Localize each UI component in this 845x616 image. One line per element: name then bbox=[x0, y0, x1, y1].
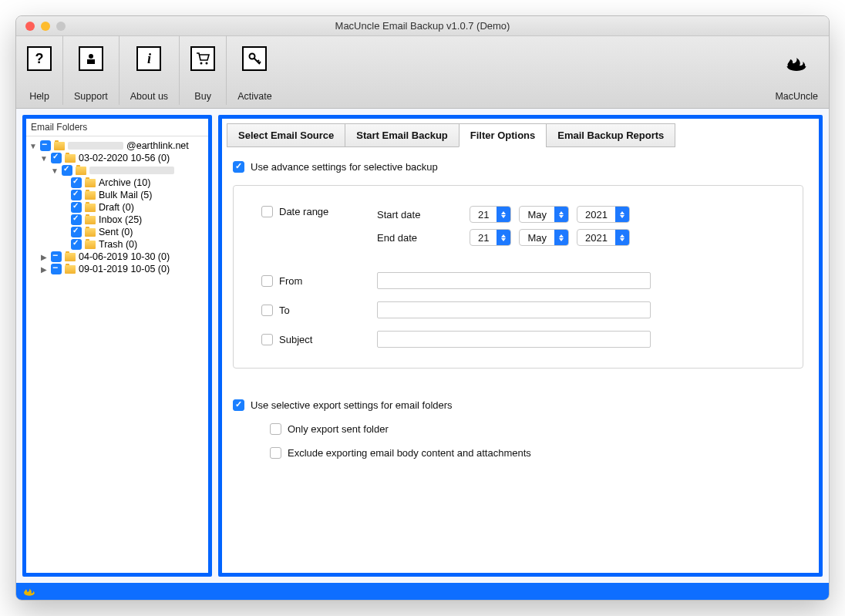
folder-icon bbox=[85, 179, 96, 187]
tree-folder[interactable]: ▶ 09-01-2019 10-05 (0) bbox=[26, 263, 208, 275]
filter-content: Use advance settings for selective backu… bbox=[222, 147, 819, 573]
tab-filter-options[interactable]: Filter Options bbox=[459, 123, 547, 147]
to-input[interactable] bbox=[377, 301, 651, 318]
only-sent-row[interactable]: Only export sent folder bbox=[270, 423, 819, 435]
toolbar-about-label: About us bbox=[130, 91, 168, 102]
folder-icon bbox=[85, 216, 96, 224]
toolbar-activate[interactable]: Activate bbox=[227, 35, 282, 105]
folder-label: Bulk Mail (5) bbox=[99, 190, 152, 200]
folder-tree: ▼ @earthlink.net ▼ 03-02-2020 10-56 (0) … bbox=[26, 136, 208, 278]
status-bar bbox=[16, 583, 829, 600]
svg-rect-1 bbox=[87, 59, 95, 64]
tree-folder-sent[interactable]: Sent (0) bbox=[26, 226, 208, 238]
start-year-select[interactable]: 2021 bbox=[577, 206, 630, 223]
tree-folder[interactable]: ▶ 04-06-2019 10-30 (0) bbox=[26, 251, 208, 263]
titlebar: MacUncle Email Backup v1.0.7 (Demo) bbox=[16, 16, 829, 36]
folder-icon bbox=[54, 142, 65, 150]
subject-input[interactable] bbox=[377, 331, 651, 348]
window-title: MacUncle Email Backup v1.0.7 (Demo) bbox=[16, 20, 829, 32]
folder-label: 09-01-2019 10-05 (0) bbox=[79, 264, 170, 274]
folder-label: Archive (10) bbox=[99, 177, 150, 188]
tree-folder-bulkmail[interactable]: Bulk Mail (5) bbox=[26, 189, 208, 201]
main-area: Email Folders ▼ @earthlink.net ▼ 03-02-2… bbox=[16, 109, 829, 583]
to-checkbox[interactable] bbox=[261, 305, 273, 316]
folder-icon bbox=[85, 191, 96, 200]
advance-settings-row[interactable]: Use advance settings for selective backu… bbox=[233, 161, 819, 173]
start-year-value: 2021 bbox=[577, 209, 615, 220]
end-date-row: End date 21 May 2021 bbox=[377, 229, 772, 246]
stepper-icon bbox=[554, 230, 568, 245]
checkbox[interactable] bbox=[51, 251, 62, 262]
folder-label: Sent (0) bbox=[99, 227, 133, 237]
toolbar-buy[interactable]: Buy bbox=[180, 35, 227, 105]
start-day-value: 21 bbox=[470, 209, 497, 220]
toolbar: ? Help Support i About us Buy Activate bbox=[16, 36, 829, 109]
disclosure-icon[interactable]: ▼ bbox=[29, 142, 37, 150]
folders-panel: Email Folders ▼ @earthlink.net ▼ 03-02-2… bbox=[22, 115, 212, 577]
stepper-icon bbox=[497, 230, 510, 245]
date-range-checkbox[interactable] bbox=[261, 206, 273, 217]
end-day-select[interactable]: 21 bbox=[470, 229, 511, 246]
toolbar-activate-label: Activate bbox=[237, 91, 271, 102]
only-sent-checkbox[interactable] bbox=[270, 423, 281, 435]
end-year-select[interactable]: 2021 bbox=[577, 229, 630, 246]
checkbox[interactable] bbox=[71, 190, 82, 200]
checkbox[interactable] bbox=[71, 202, 82, 213]
to-row: To bbox=[261, 301, 772, 318]
checkbox[interactable] bbox=[71, 227, 82, 237]
tree-folder[interactable]: ▼ bbox=[26, 164, 208, 177]
stepper-icon bbox=[615, 230, 629, 245]
exclude-body-row[interactable]: Exclude exporting email body content and… bbox=[270, 447, 819, 459]
selective-export-row[interactable]: Use selective export settings for email … bbox=[233, 399, 819, 411]
end-month-value: May bbox=[520, 232, 554, 244]
disclosure-icon[interactable]: ▶ bbox=[40, 253, 48, 261]
advance-settings-label: Use advance settings for selective backu… bbox=[251, 161, 438, 173]
from-input[interactable] bbox=[377, 272, 651, 289]
tree-folder[interactable]: ▼ 03-02-2020 10-56 (0) bbox=[26, 152, 208, 164]
end-year-value: 2021 bbox=[577, 232, 615, 244]
tree-folder-trash[interactable]: Trash (0) bbox=[26, 238, 208, 251]
disclosure-icon[interactable]: ▶ bbox=[40, 265, 48, 274]
folders-header: Email Folders bbox=[26, 119, 208, 136]
brand-logo-icon bbox=[785, 51, 808, 74]
end-month-select[interactable]: May bbox=[519, 229, 569, 246]
toolbar-buy-label: Buy bbox=[194, 91, 211, 102]
disclosure-icon[interactable]: ▼ bbox=[40, 154, 48, 163]
tab-start-backup[interactable]: Start Email Backup bbox=[345, 123, 460, 147]
toolbar-help[interactable]: ? Help bbox=[27, 35, 63, 105]
tree-folder-inbox[interactable]: Inbox (25) bbox=[26, 214, 208, 226]
checkbox[interactable] bbox=[62, 165, 72, 176]
folder-label: Inbox (25) bbox=[99, 214, 142, 225]
start-day-select[interactable]: 21 bbox=[470, 206, 511, 223]
subject-checkbox[interactable] bbox=[261, 334, 273, 345]
checkbox[interactable] bbox=[51, 264, 62, 274]
checkbox[interactable] bbox=[40, 140, 51, 151]
tree-folder-archive[interactable]: Archive (10) bbox=[26, 177, 208, 189]
checkbox[interactable] bbox=[51, 153, 62, 163]
date-range-row: Date range Start date 21 May 2021 End da… bbox=[261, 206, 772, 252]
filter-group: Date range Start date 21 May 2021 End da… bbox=[233, 185, 803, 369]
checkbox[interactable] bbox=[71, 239, 82, 250]
toolbar-help-label: Help bbox=[29, 91, 49, 102]
key-icon bbox=[242, 46, 267, 71]
start-month-value: May bbox=[520, 209, 554, 220]
selective-export-checkbox[interactable] bbox=[233, 399, 244, 411]
toolbar-support[interactable]: Support bbox=[63, 35, 120, 105]
start-month-select[interactable]: May bbox=[519, 206, 569, 223]
folder-icon bbox=[65, 265, 76, 274]
tree-folder-draft[interactable]: Draft (0) bbox=[26, 201, 208, 214]
selective-export-label: Use selective export settings for email … bbox=[251, 399, 453, 411]
folder-label: 04-06-2019 10-30 (0) bbox=[79, 251, 170, 262]
disclosure-icon[interactable]: ▼ bbox=[51, 167, 59, 175]
tab-reports[interactable]: Email Backup Reports bbox=[546, 123, 675, 147]
tab-select-source[interactable]: Select Email Source bbox=[227, 123, 345, 147]
exclude-body-checkbox[interactable] bbox=[270, 447, 281, 459]
toolbar-about[interactable]: i About us bbox=[120, 35, 180, 105]
checkbox[interactable] bbox=[71, 214, 82, 225]
start-date-row: Start date 21 May 2021 bbox=[377, 206, 772, 223]
from-checkbox[interactable] bbox=[261, 275, 273, 287]
tree-account[interactable]: ▼ @earthlink.net bbox=[26, 140, 208, 152]
advance-settings-checkbox[interactable] bbox=[233, 161, 244, 173]
only-sent-label: Only export sent folder bbox=[288, 423, 389, 435]
checkbox[interactable] bbox=[71, 177, 82, 188]
